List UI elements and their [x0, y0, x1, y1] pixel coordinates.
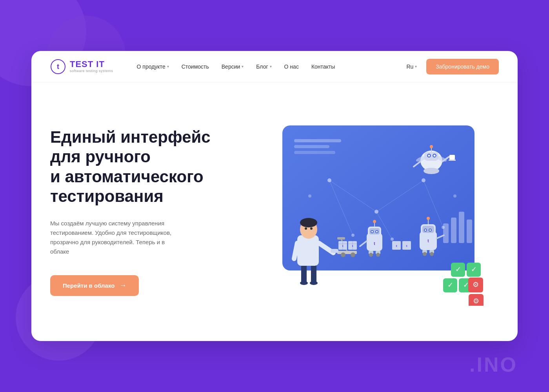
svg-rect-21	[451, 218, 456, 243]
svg-rect-5	[294, 145, 329, 148]
svg-rect-73	[422, 226, 434, 233]
navbar: t TEST IT software testing systems О про…	[31, 51, 518, 82]
logo-subtitle: software testing systems	[70, 69, 113, 73]
svg-point-92	[300, 218, 317, 227]
svg-point-36	[424, 168, 439, 174]
nav-item-versions[interactable]: Версии ▾	[222, 64, 244, 70]
svg-point-18	[308, 194, 311, 198]
svg-rect-23	[467, 220, 472, 243]
svg-point-85	[430, 252, 434, 256]
book-demo-button[interactable]: Забронировать демо	[426, 59, 499, 74]
svg-text:✓: ✓	[455, 265, 461, 273]
svg-point-60	[373, 220, 376, 223]
svg-point-77	[429, 229, 431, 231]
chevron-down-icon: ▾	[242, 64, 244, 69]
cloud-cta-label: Перейти в облако	[63, 282, 115, 289]
nav-item-contacts[interactable]: Контакты	[311, 64, 335, 70]
arrow-right-icon: →	[119, 281, 126, 290]
svg-point-19	[453, 194, 456, 198]
svg-point-14	[422, 178, 425, 182]
svg-text:t: t	[396, 244, 397, 248]
svg-point-76	[425, 229, 426, 231]
svg-text:⚙: ⚙	[473, 297, 479, 305]
svg-point-31	[430, 145, 433, 148]
svg-point-66	[376, 253, 380, 257]
svg-text:t: t	[406, 244, 407, 248]
svg-rect-89	[311, 263, 316, 284]
svg-rect-88	[301, 263, 307, 284]
logo-icon: t	[50, 59, 66, 74]
hero-left: Единый интерфейсдля ручногои автоматичес…	[50, 127, 238, 296]
svg-point-57	[371, 231, 373, 232]
main-card: t TEST IT software testing systems О про…	[31, 51, 518, 341]
hero-right: t t	[238, 82, 499, 341]
chevron-down-icon: ▾	[167, 64, 169, 69]
svg-point-58	[376, 231, 378, 232]
svg-point-15	[351, 234, 354, 237]
svg-rect-43	[337, 237, 345, 240]
hero-title: Единый интерфейсдля ручногои автоматичес…	[50, 127, 223, 207]
svg-rect-90	[297, 235, 319, 266]
svg-point-28	[428, 155, 430, 157]
svg-text:✓: ✓	[463, 281, 469, 289]
hero-svg: t t	[251, 118, 486, 306]
svg-text:t: t	[57, 63, 59, 71]
chevron-down-icon: ▾	[270, 64, 272, 69]
svg-point-94	[310, 227, 313, 230]
svg-rect-4	[294, 139, 341, 142]
svg-rect-35	[449, 160, 456, 161]
svg-text:⚙: ⚙	[473, 281, 479, 289]
nav-item-product[interactable]: О продукте ▾	[137, 64, 169, 70]
chevron-down-icon: ▾	[415, 64, 417, 69]
nav-item-blog[interactable]: Блог ▾	[256, 64, 271, 70]
svg-point-13	[374, 210, 378, 214]
svg-point-17	[391, 238, 394, 241]
hero-section: Единый интерфейсдля ручногои автоматичес…	[31, 82, 518, 341]
svg-rect-6	[294, 151, 335, 154]
svg-rect-20	[443, 223, 449, 243]
nav-item-pricing[interactable]: Стоимость	[182, 64, 209, 70]
nav-item-about[interactable]: О нас	[284, 64, 299, 70]
svg-point-41	[351, 252, 355, 257]
svg-point-93	[305, 227, 307, 230]
logo-name: TEST IT	[70, 60, 113, 69]
svg-text:✓: ✓	[471, 265, 477, 273]
watermark-text: .INO	[469, 353, 518, 376]
svg-point-12	[327, 178, 331, 182]
nav-links: О продукте ▾ Стоимость Версии ▾ Блог ▾ О…	[137, 64, 407, 70]
svg-point-40	[341, 252, 345, 257]
svg-rect-34	[449, 155, 455, 160]
hero-illustration: t t	[251, 118, 486, 306]
svg-point-65	[369, 253, 373, 257]
svg-line-96	[294, 243, 297, 259]
svg-point-84	[423, 252, 427, 256]
svg-point-79	[427, 217, 430, 220]
svg-text:t: t	[352, 244, 353, 248]
cloud-cta-button[interactable]: Перейти в облако →	[50, 275, 139, 296]
svg-rect-22	[459, 212, 464, 243]
nav-lang-switcher[interactable]: Ru ▾	[406, 64, 417, 70]
nav-right: Ru ▾ Забронировать демо	[406, 59, 499, 74]
svg-text:t: t	[342, 244, 344, 248]
svg-point-29	[434, 155, 436, 157]
hero-description: Мы создаём лучшую систему управления тес…	[50, 219, 184, 256]
logo[interactable]: t TEST IT software testing systems	[50, 59, 113, 74]
svg-text:✓: ✓	[447, 281, 453, 289]
svg-rect-97	[331, 249, 338, 253]
